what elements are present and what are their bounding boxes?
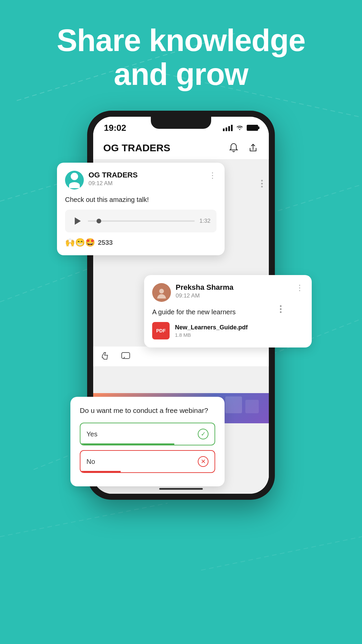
side-more-dots[interactable] — [280, 305, 282, 313]
yes-check-icon: ✓ — [198, 429, 208, 439]
card-sender-2: Preksha Sharma — [176, 283, 296, 292]
reactions: 🙌😁🤩 2533 — [65, 238, 217, 247]
more-options-button[interactable] — [261, 180, 263, 187]
status-time: 19:02 — [104, 123, 126, 133]
svg-point-11 — [159, 289, 164, 293]
message-card-preksha: Preksha Sharma 09:12 AM ⋮ A guide for th… — [144, 275, 312, 347]
header-icons — [228, 142, 259, 154]
pdf-filename: New_Learners_Guide.pdf — [175, 324, 248, 331]
poll-card: Do u want me to conduct a free webinar? … — [70, 397, 225, 486]
like-icon[interactable] — [101, 351, 111, 362]
audio-duration: 1:32 — [199, 218, 210, 224]
reaction-emojis[interactable]: 🙌😁🤩 — [65, 238, 95, 247]
pdf-icon: PDF — [152, 322, 170, 339]
status-icons — [223, 124, 258, 132]
no-x-icon: ✕ — [198, 456, 208, 467]
pdf-attachment[interactable]: PDF New_Learners_Guide.pdf 1.8 MB — [152, 322, 304, 339]
svg-rect-10 — [122, 353, 130, 359]
phone-mockup: 19:02 — [87, 111, 275, 500]
card-time-2: 09:12 AM — [176, 292, 296, 299]
card-more-button-2[interactable]: ⋮ — [296, 283, 304, 292]
phone-notch — [151, 117, 211, 129]
app-header: OG TRADERS — [93, 136, 269, 160]
message-card-og-traders: OG TRADERS 09:12 AM ⋮ Check out this ama… — [57, 163, 225, 255]
comment-icon[interactable] — [121, 351, 131, 362]
home-indicator — [159, 488, 203, 490]
svg-line-8 — [201, 537, 362, 570]
og-traders-avatar — [65, 171, 84, 190]
poll-no-label: No — [86, 458, 95, 466]
wifi-icon — [236, 124, 243, 132]
hero-title-line2: and grow — [0, 57, 362, 91]
poll-question: Do u want me to conduct a free webinar? — [80, 406, 215, 415]
poll-yes-label: Yes — [86, 430, 98, 438]
audio-player: 1:32 — [65, 210, 217, 232]
audio-progress[interactable] — [88, 220, 195, 222]
play-button[interactable] — [71, 215, 83, 227]
app-title: OG TRADERS — [103, 142, 228, 154]
share-icon[interactable] — [247, 142, 259, 154]
action-bar — [93, 346, 269, 366]
bell-icon[interactable] — [228, 142, 239, 154]
poll-option-no[interactable]: No ✕ — [80, 450, 215, 473]
reaction-count: 2533 — [98, 239, 113, 247]
hero-title-line1: Share knowledge — [0, 23, 362, 57]
battery-icon — [247, 125, 258, 131]
preksha-avatar — [152, 283, 171, 302]
card-more-button-1[interactable]: ⋮ — [208, 171, 217, 180]
no-progress-bar — [80, 471, 121, 472]
card-time-1: 09:12 AM — [88, 180, 208, 187]
card-message-text-1: Check out this amazing talk! — [65, 195, 217, 204]
pdf-filesize: 1.8 MB — [175, 332, 248, 338]
card-sender-1: OG TRADERS — [88, 171, 208, 179]
poll-option-yes[interactable]: Yes ✓ — [80, 423, 215, 445]
svg-line-7 — [0, 503, 168, 537]
signal-icon — [223, 124, 233, 131]
hero-section: Share knowledge and grow — [0, 23, 362, 91]
yes-progress-bar — [80, 443, 174, 445]
